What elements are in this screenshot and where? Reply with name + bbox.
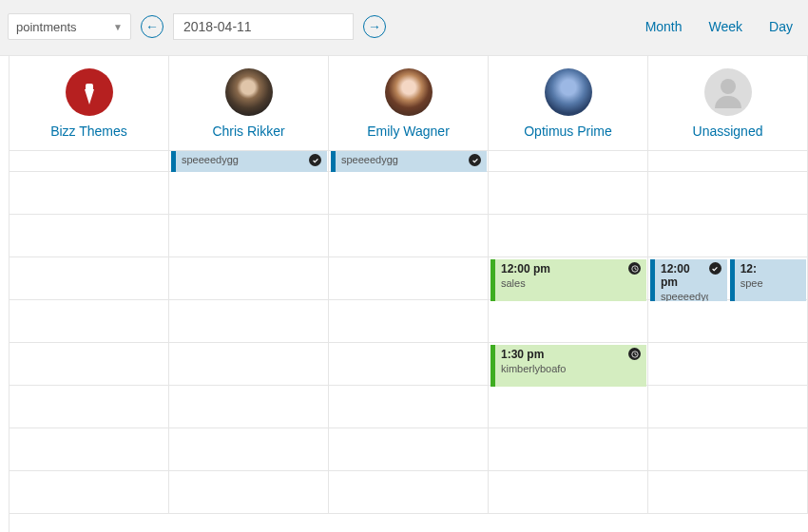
staff-name: Optimus Prime: [524, 124, 612, 139]
filter-dropdown[interactable]: pointments ▼: [8, 13, 131, 40]
prev-day-button[interactable]: ←: [141, 15, 164, 38]
staff-name: Bizz Themes: [50, 124, 127, 139]
appointment-customer: speeeedygg: [341, 154, 398, 165]
filter-label: pointments: [16, 20, 77, 34]
arrow-right-icon: →: [368, 19, 381, 34]
check-circle-icon: [469, 154, 481, 166]
tie-icon: [66, 68, 113, 116]
staff-column-emily[interactable]: Emily Wagner: [329, 56, 489, 150]
clock-icon: [628, 262, 641, 275]
time-gutter: [0, 56, 10, 532]
appointment-chris-1[interactable]: speeeedygg: [171, 151, 327, 172]
appointment-customer: speeeedygg: [182, 154, 239, 165]
arrow-left-icon: ←: [145, 19, 159, 34]
staff-column-unassigned[interactable]: Unassigned: [648, 56, 808, 150]
time-grid: speeeedygg speeeedygg 12:00 pm sales 1:3…: [10, 151, 808, 532]
staff-column-bizz[interactable]: Bizz Themes: [10, 56, 169, 150]
appointment-optimus-2[interactable]: 1:30 pm kimberlyboafo: [491, 345, 646, 387]
calendar: Bizz Themes Chris Rikker Emily Wagner Op…: [0, 55, 808, 532]
date-value: 2018-04-11: [183, 19, 252, 34]
appointment-optimus-1[interactable]: 12:00 pm sales: [491, 259, 646, 301]
staff-name: Unassigned: [693, 124, 763, 139]
appointment-time: 12:: [741, 262, 788, 276]
chevron-down-icon: ▼: [113, 22, 123, 32]
avatar: [385, 68, 433, 116]
view-day[interactable]: Day: [769, 19, 793, 34]
person-icon: [704, 68, 752, 116]
appointment-emily-1[interactable]: speeeedygg: [331, 151, 487, 172]
check-circle-icon: [709, 262, 721, 275]
staff-column-chris[interactable]: Chris Rikker: [169, 56, 329, 150]
appointment-time: 1:30 pm: [501, 348, 627, 361]
appointment-unassigned-2[interactable]: 12: spee: [730, 259, 807, 301]
avatar: [545, 68, 592, 116]
staff-name: Chris Rikker: [212, 124, 284, 139]
appointment-customer: sales: [501, 277, 627, 289]
appointment-unassigned-1[interactable]: 12:00 pm speeeedygg: [650, 259, 727, 301]
view-month[interactable]: Month: [645, 19, 683, 34]
appointment-customer: kimberlyboafo: [501, 363, 627, 374]
avatar: [225, 68, 273, 116]
date-input[interactable]: 2018-04-11: [173, 13, 354, 40]
toolbar: pointments ▼ ← 2018-04-11 → Month Week D…: [0, 0, 808, 55]
staff-column-optimus[interactable]: Optimus Prime: [489, 56, 648, 150]
view-week[interactable]: Week: [709, 19, 743, 34]
view-tabs: Month Week Day: [645, 19, 800, 34]
appointment-time: 12:00 pm: [661, 262, 708, 289]
clock-icon: [628, 348, 641, 360]
staff-name: Emily Wagner: [367, 124, 450, 139]
appointment-customer: spee: [741, 277, 788, 289]
check-circle-icon: [309, 154, 321, 166]
staff-headers: Bizz Themes Chris Rikker Emily Wagner Op…: [10, 56, 808, 151]
appointment-time: 12:00 pm: [501, 262, 627, 276]
appointment-customer: speeeedygg: [661, 291, 708, 301]
next-day-button[interactable]: →: [363, 15, 386, 38]
